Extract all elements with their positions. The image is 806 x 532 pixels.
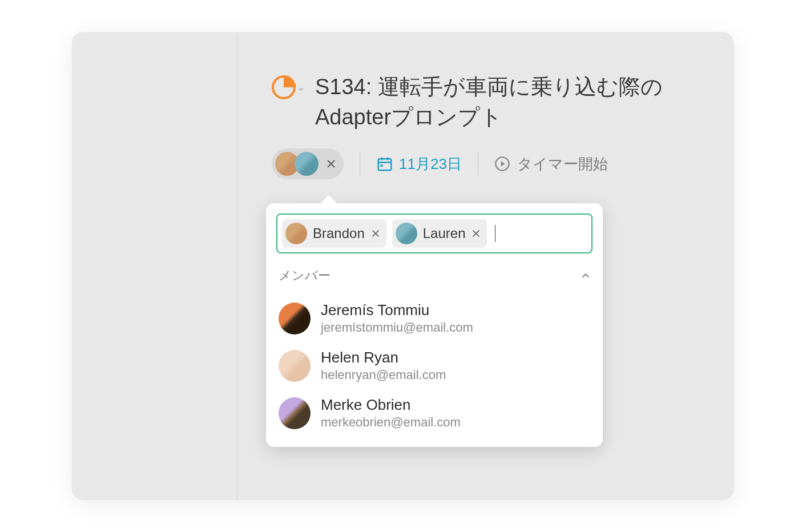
assignee-dropdown-panel: Brandon Lauren メンバー Jeremís Tommiu jerem…	[266, 203, 603, 447]
assignee-token[interactable]: Brandon	[282, 219, 386, 248]
member-info: Merke Obrien merkeobrien@email.com	[321, 396, 461, 430]
member-email: merkeobrien@email.com	[321, 415, 461, 430]
assignee-token[interactable]: Lauren	[392, 219, 487, 248]
remove-token-icon[interactable]	[370, 228, 381, 239]
token-label: Brandon	[313, 225, 365, 241]
avatar	[396, 223, 417, 244]
due-date-label: 11月23日	[399, 154, 462, 174]
calendar-icon	[376, 155, 393, 172]
member-name: Helen Ryan	[321, 349, 446, 366]
chevron-up-icon	[581, 271, 590, 280]
member-row[interactable]: Jeremís Tommiu jeremístommiu@email.com	[276, 295, 593, 342]
member-row[interactable]: Helen Ryan helenryan@email.com	[276, 342, 593, 389]
assignee-token-input[interactable]: Brandon Lauren	[276, 213, 593, 253]
member-email: helenryan@email.com	[321, 368, 446, 382]
member-row[interactable]: Merke Obrien merkeobrien@email.com	[276, 389, 593, 437]
members-section-header[interactable]: メンバー	[279, 267, 590, 284]
text-cursor	[495, 225, 495, 242]
divider	[478, 152, 478, 175]
svg-rect-0	[378, 159, 392, 171]
avatar	[295, 152, 319, 176]
member-info: Helen Ryan helenryan@email.com	[321, 349, 446, 382]
assignee-pill[interactable]	[272, 148, 344, 179]
timer-button[interactable]: タイマー開始	[494, 154, 608, 174]
sidebar-panel	[72, 32, 237, 500]
svg-rect-4	[381, 165, 383, 167]
divider	[360, 152, 360, 175]
play-icon	[494, 156, 510, 172]
clear-assignees-icon[interactable]	[325, 158, 337, 170]
due-date-chip[interactable]: 11月23日	[376, 154, 462, 174]
member-name: Merke Obrien	[321, 396, 461, 414]
member-info: Jeremís Tommiu jeremístommiu@email.com	[321, 301, 473, 335]
remove-token-icon[interactable]	[471, 228, 481, 239]
task-title: S134: 運転手が車両に乗り込む際のAdapterプロンプト	[315, 72, 700, 132]
task-meta-row: 11月23日 タイマー開始	[272, 148, 700, 179]
timer-label: タイマー開始	[517, 154, 608, 174]
token-label: Lauren	[423, 225, 466, 241]
status-dropdown[interactable]	[272, 72, 304, 99]
members-section-label: メンバー	[279, 267, 331, 284]
avatar	[279, 350, 311, 382]
chevron-down-icon	[298, 86, 304, 92]
avatar	[279, 303, 311, 334]
task-header: S134: 運転手が車両に乗り込む際のAdapterプロンプト	[272, 72, 700, 132]
member-email: jeremístommiu@email.com	[321, 320, 473, 335]
member-name: Jeremís Tommiu	[321, 301, 473, 319]
avatar	[285, 223, 307, 244]
status-progress-icon	[272, 75, 296, 99]
avatar	[279, 397, 311, 429]
task-card: S134: 運転手が車両に乗り込む際のAdapterプロンプト 11月23日	[72, 32, 734, 500]
